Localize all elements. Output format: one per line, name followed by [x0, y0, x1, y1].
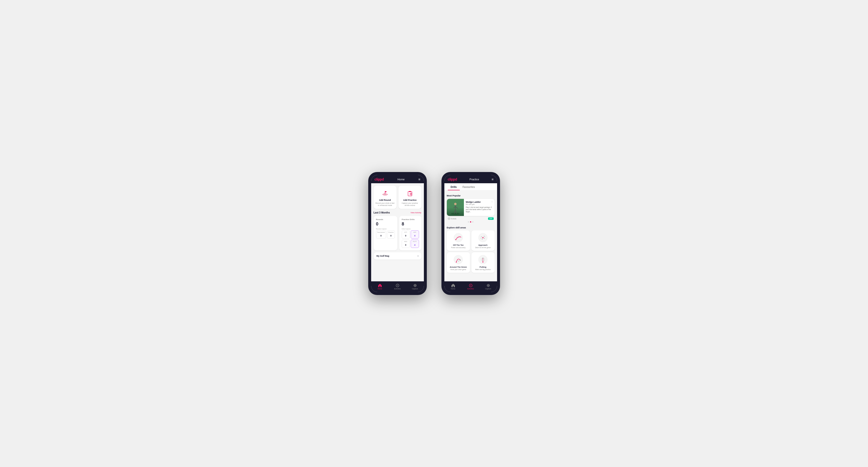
- tab-favourites-label: Favourites: [463, 186, 475, 188]
- nav-home-label-2: Home: [451, 288, 455, 290]
- tab-drills[interactable]: Drills: [448, 183, 460, 190]
- rounds-sub: Tournament 0 Practice 0: [376, 230, 395, 239]
- skill-card-approach[interactable]: Approach Dial-in to hit the green: [471, 230, 495, 251]
- rounds-card: Rounds 0 Rounds Capture Tournament 0 Pra…: [374, 216, 397, 250]
- svg-point-19: [448, 218, 449, 219]
- logo-2: clippd: [448, 177, 457, 181]
- tournament-value: 0: [380, 235, 382, 237]
- title-2: Practice: [469, 178, 479, 181]
- add-round-card[interactable]: Add Round Record your shots in fast or e…: [374, 186, 397, 209]
- rounds-title: Rounds: [376, 218, 395, 221]
- add-practice-title: Add Practice: [403, 199, 416, 201]
- skill-section-label: Explore skill areas: [447, 226, 495, 229]
- tab-drills-label: Drills: [451, 186, 457, 188]
- header-2: clippd Practice ≡: [444, 175, 497, 183]
- capture-icon-1: [413, 283, 417, 287]
- clipboard-icon: [406, 189, 414, 197]
- tee-icon: [454, 233, 463, 243]
- app-label: APP: [412, 231, 417, 233]
- nav-activities-2[interactable]: Activities: [462, 282, 479, 292]
- menu-icon-1[interactable]: ≡: [418, 177, 420, 181]
- svg-point-21: [455, 239, 456, 240]
- golf-bag-label: My Golf Bag: [376, 255, 390, 257]
- drills-card: Practice Drills 8 Drills Capture OTT 0 A…: [399, 216, 422, 250]
- tab-favourites[interactable]: Favourites: [460, 183, 478, 190]
- ott-skill-title: Off The Tee: [453, 244, 463, 246]
- featured-desc: Play 1 shot at each target yardage. If y…: [466, 206, 493, 213]
- logo-1: clippd: [375, 177, 384, 181]
- ott-box: OTT 0: [402, 230, 410, 239]
- svg-point-37: [483, 261, 484, 262]
- nav-home-2[interactable]: Home: [444, 282, 462, 292]
- phone-1-screen: clippd Home ≡ Add Round Record your: [371, 175, 424, 292]
- svg-point-32: [460, 259, 461, 260]
- svg-point-30: [454, 255, 463, 264]
- dot-1[interactable]: [468, 221, 469, 222]
- view-activity-link[interactable]: View Activity: [410, 212, 421, 214]
- skill-card-atg[interactable]: Around The Green Hone your short game: [447, 252, 470, 273]
- nav-activities-1[interactable]: Activities: [389, 282, 406, 292]
- bottom-nav-1: Home Activities Capture: [371, 281, 424, 292]
- header-1: clippd Home ≡: [371, 175, 424, 183]
- home-icon-1: [378, 283, 382, 287]
- dot-2[interactable]: [470, 221, 471, 222]
- drills-title: Practice Drills: [402, 218, 419, 221]
- screen-content-2: Most Popular: [444, 191, 497, 281]
- star-icon[interactable]: ☆: [491, 200, 493, 203]
- drills-total: 8: [402, 222, 419, 227]
- nav-capture-1[interactable]: Capture: [406, 282, 424, 292]
- app-value: 4: [414, 235, 415, 237]
- svg-point-38: [483, 260, 484, 260]
- svg-point-12: [454, 203, 457, 205]
- drills-sub-bot: ARG 0 PUTT 4: [402, 240, 419, 248]
- approach-skill-desc: Dial-in to hit the green: [475, 247, 491, 248]
- quick-actions: Add Round Record your shots in fast or e…: [374, 186, 422, 209]
- tournament-label: Tournament: [377, 231, 385, 233]
- putt-value: 4: [414, 244, 415, 246]
- golf-bag-row[interactable]: My Golf Bag ›: [374, 252, 422, 259]
- home-icon-2: [451, 283, 455, 287]
- flag-icon: [381, 189, 390, 197]
- svg-line-15: [454, 207, 455, 208]
- phone-2-screen: clippd Practice ≡ Drills Favourites Most…: [444, 175, 497, 292]
- arg-box: ARG 0: [402, 240, 410, 248]
- tabs-row: Drills Favourites: [444, 183, 497, 191]
- menu-icon-2[interactable]: ≡: [492, 177, 493, 181]
- svg-point-26: [484, 238, 485, 239]
- screen-content-1: Add Round Record your shots in fast or e…: [371, 183, 424, 281]
- practice-box: Practice 0: [387, 230, 395, 239]
- phone-2: clippd Practice ≡ Drills Favourites Most…: [441, 172, 500, 295]
- svg-point-29: [485, 237, 485, 238]
- tournament-box: Tournament 0: [376, 230, 386, 239]
- featured-card[interactable]: ☆ Wedge Ladder 50–100 yds Play 1 shot at…: [447, 199, 495, 216]
- featured-yds: 50–100 yds: [466, 204, 493, 205]
- svg-point-31: [456, 261, 457, 262]
- skill-card-off-the-tee[interactable]: Off The Tee Power and accuracy: [447, 230, 470, 251]
- featured-info: ☆ Wedge Ladder 50–100 yds Play 1 shot at…: [464, 199, 495, 216]
- capture-icon-2: [486, 283, 490, 287]
- activities-icon-2: [469, 283, 473, 287]
- arg-label: ARG: [403, 241, 408, 242]
- app-box: APP 4: [411, 230, 419, 239]
- dot-3[interactable]: [472, 221, 473, 222]
- featured-img: [447, 199, 464, 216]
- drills-capture-label: Drills Capture: [402, 228, 419, 229]
- skill-grid: Off The Tee Power and accuracy: [447, 230, 495, 273]
- add-practice-card[interactable]: Add Practice Capture your practice off-t…: [399, 186, 422, 209]
- skill-card-putting[interactable]: Putting Make and lag practice: [471, 252, 495, 273]
- nav-home-1[interactable]: Home: [371, 282, 389, 292]
- nav-capture-2[interactable]: Capture: [479, 282, 497, 292]
- svg-point-27: [482, 239, 483, 240]
- putting-skill-desc: Make and lag practice: [475, 269, 491, 270]
- nav-capture-label-2: Capture: [485, 288, 491, 290]
- stats-row: Rounds 0 Rounds Capture Tournament 0 Pra…: [374, 216, 422, 250]
- title-1: Home: [398, 178, 405, 181]
- golf-scene: [447, 199, 464, 216]
- ott-skill-desc: Power and accuracy: [451, 247, 466, 248]
- add-round-desc: Record your shots in fast or enhanced mo…: [376, 202, 395, 207]
- drills-sub-top: OTT 0 APP 4: [402, 230, 419, 239]
- svg-point-11: [451, 213, 460, 215]
- svg-point-39: [483, 258, 484, 259]
- ott-value: 0: [405, 235, 406, 237]
- activity-header: Last 3 Months View Activity: [374, 211, 422, 214]
